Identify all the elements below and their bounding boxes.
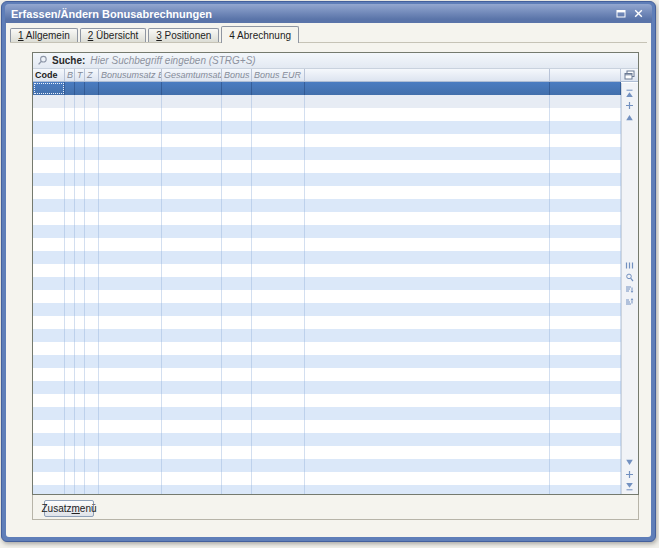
table-cell[interactable]: [305, 290, 550, 303]
table-cell[interactable]: [550, 290, 621, 303]
table-cell[interactable]: [65, 134, 75, 147]
table-cell[interactable]: [222, 251, 252, 264]
table-cell[interactable]: [162, 381, 222, 394]
table-cell[interactable]: [99, 173, 162, 186]
table-cell[interactable]: [85, 316, 99, 329]
table-cell[interactable]: [75, 212, 85, 225]
table-cell[interactable]: [222, 225, 252, 238]
table-cell[interactable]: [252, 251, 305, 264]
table-cell[interactable]: [65, 355, 75, 368]
table-cell[interactable]: [162, 173, 222, 186]
table-cell[interactable]: [222, 355, 252, 368]
rail-plus-top-button[interactable]: [622, 99, 637, 111]
table-cell[interactable]: [75, 420, 85, 433]
table-cell[interactable]: [305, 199, 550, 212]
table-cell[interactable]: [33, 108, 65, 121]
table-cell[interactable]: [75, 160, 85, 173]
table-cell[interactable]: [550, 108, 621, 121]
table-cell[interactable]: [252, 147, 305, 160]
table-cell[interactable]: [162, 134, 222, 147]
table-cell[interactable]: [75, 277, 85, 290]
table-cell[interactable]: [550, 407, 621, 420]
table-cell[interactable]: [75, 225, 85, 238]
table-cell[interactable]: [222, 134, 252, 147]
rail-plus-bottom-button[interactable]: [622, 468, 637, 480]
table-cell[interactable]: [33, 342, 65, 355]
table-cell[interactable]: [75, 472, 85, 485]
table-cell[interactable]: [305, 121, 550, 134]
search-input[interactable]: Hier Suchbegriff eingeben (STRG+S): [90, 55, 255, 66]
table-cell[interactable]: [85, 251, 99, 264]
table-cell[interactable]: [33, 147, 65, 160]
table-cell[interactable]: [162, 394, 222, 407]
table-cell[interactable]: [550, 199, 621, 212]
table-cell[interactable]: [305, 264, 550, 277]
table-cell[interactable]: [65, 316, 75, 329]
table-cell[interactable]: [65, 95, 75, 108]
table-row[interactable]: [33, 121, 621, 134]
table-cell[interactable]: [85, 394, 99, 407]
table-cell[interactable]: [33, 420, 65, 433]
table-cell[interactable]: [65, 160, 75, 173]
table-cell[interactable]: [65, 251, 75, 264]
table-cell[interactable]: [222, 186, 252, 199]
table-cell[interactable]: [550, 277, 621, 290]
table-cell[interactable]: [162, 95, 222, 108]
table-cell[interactable]: [65, 342, 75, 355]
tab-abrechnung[interactable]: 4 Abrechnung: [221, 26, 299, 43]
table-cell[interactable]: [33, 264, 65, 277]
table-cell[interactable]: [75, 264, 85, 277]
table-cell[interactable]: [252, 394, 305, 407]
table-cell[interactable]: [99, 290, 162, 303]
table-cell[interactable]: [305, 329, 550, 342]
table-cell[interactable]: [75, 485, 85, 494]
table-cell[interactable]: [252, 329, 305, 342]
table-cell[interactable]: [99, 407, 162, 420]
table-cell[interactable]: [162, 82, 222, 95]
table-cell[interactable]: [85, 290, 99, 303]
table-row[interactable]: [33, 381, 621, 394]
table-cell[interactable]: [75, 329, 85, 342]
table-cell[interactable]: [305, 160, 550, 173]
table-cell[interactable]: [222, 238, 252, 251]
table-cell[interactable]: [65, 147, 75, 160]
table-cell[interactable]: [33, 95, 65, 108]
table-cell[interactable]: [65, 407, 75, 420]
table-cell[interactable]: [75, 459, 85, 472]
table-row[interactable]: [33, 329, 621, 342]
tab-allgemein[interactable]: 1 Allgemein: [10, 28, 78, 42]
table-cell[interactable]: [33, 381, 65, 394]
table-cell[interactable]: [305, 433, 550, 446]
table-cell[interactable]: [252, 212, 305, 225]
table-cell[interactable]: [252, 95, 305, 108]
table-cell[interactable]: [33, 303, 65, 316]
table-cell[interactable]: [85, 420, 99, 433]
table-cell[interactable]: [252, 485, 305, 494]
table-cell[interactable]: [162, 446, 222, 459]
table-cell[interactable]: [162, 212, 222, 225]
table-cell[interactable]: [222, 95, 252, 108]
table-cell[interactable]: [99, 238, 162, 251]
table-cell[interactable]: [33, 472, 65, 485]
table-cell[interactable]: [252, 186, 305, 199]
table-cell[interactable]: [65, 212, 75, 225]
table-row[interactable]: [33, 342, 621, 355]
table-row[interactable]: [33, 186, 621, 199]
table-cell[interactable]: [99, 446, 162, 459]
table-cell[interactable]: [85, 82, 99, 95]
table-cell[interactable]: [222, 342, 252, 355]
sort-descending-button[interactable]: [622, 283, 637, 295]
table-cell[interactable]: [85, 199, 99, 212]
table-cell[interactable]: [305, 368, 550, 381]
table-cell[interactable]: [252, 303, 305, 316]
table-cell[interactable]: [162, 316, 222, 329]
table-cell[interactable]: [99, 277, 162, 290]
table-cell[interactable]: [222, 199, 252, 212]
table-cell[interactable]: [305, 238, 550, 251]
table-cell[interactable]: [305, 316, 550, 329]
table-cell[interactable]: [162, 303, 222, 316]
table-cell[interactable]: [99, 368, 162, 381]
table-cell[interactable]: [33, 225, 65, 238]
table-cell[interactable]: [305, 95, 550, 108]
table-cell[interactable]: [222, 290, 252, 303]
